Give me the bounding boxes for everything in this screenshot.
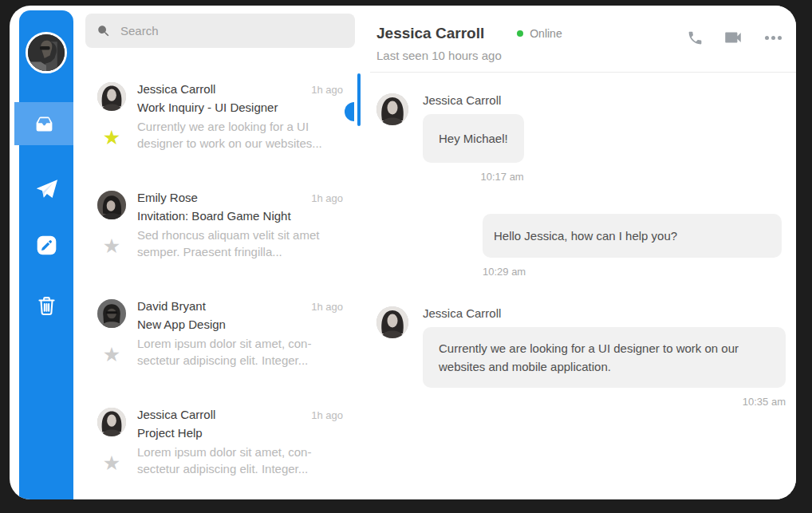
message-time: 10:29 am — [483, 266, 526, 278]
message-sender: Jessica Carroll — [423, 306, 501, 320]
conversation-list-panel: ★ Jessica Carroll 1h ago Work Inquiry - … — [73, 6, 370, 499]
conversation-time: 1h ago — [311, 301, 343, 313]
chat-header: Jessica Carroll Online Last seen 10 hour… — [367, 6, 796, 73]
star-icon[interactable]: ★ — [103, 345, 120, 365]
message-sender: Jessica Carroll — [423, 93, 501, 107]
sidebar-item-compose[interactable] — [19, 235, 73, 256]
message-incoming: Jessica Carroll Currently we are looking… — [376, 306, 782, 408]
send-icon — [34, 177, 59, 202]
contact-avatar — [97, 82, 126, 111]
search-icon — [97, 24, 111, 38]
search-input[interactable] — [120, 24, 344, 37]
chat-panel: Jessica Carroll Online Last seen 10 hour… — [367, 6, 796, 499]
app-background: ★ Jessica Carroll 1h ago Work Inquiry - … — [0, 0, 812, 513]
conversation-preview: Lorem ipsum dolor sit amet, con- sectetu… — [137, 335, 343, 369]
inbox-icon — [34, 113, 55, 135]
message-time: 10:17 am — [481, 171, 524, 183]
conversation-time: 1h ago — [311, 409, 343, 421]
message-time: 10:35 am — [743, 396, 786, 408]
scrollbar-thumb[interactable] — [357, 73, 361, 126]
message-bubble: Hey Michael! — [423, 114, 524, 163]
video-call-button[interactable] — [723, 27, 743, 48]
star-icon[interactable]: ★ — [103, 236, 120, 256]
conversation-name: Emily Rose — [137, 191, 198, 204]
conversation-row[interactable]: ★ David Bryant 1h ago New App Design Lor… — [73, 294, 370, 402]
contact-avatar — [97, 408, 126, 436]
conversation-row[interactable]: ★ Jessica Carroll 1h ago Work Inquiry - … — [73, 77, 370, 185]
sidebar — [19, 10, 73, 499]
conversation-preview: Lorem ipsum dolor sit amet, con- sectetu… — [137, 444, 343, 477]
conversation-subject: Work Inquiry - UI Designer — [137, 101, 343, 114]
trash-icon — [35, 294, 58, 318]
contact-avatar — [97, 299, 126, 328]
dot — [771, 36, 775, 40]
online-status-label: Online — [530, 27, 562, 40]
sidebar-item-sent[interactable] — [19, 177, 73, 202]
message-bubble: Currently we are looking for a UI design… — [423, 327, 786, 388]
star-icon[interactable]: ★ — [103, 128, 120, 148]
user-avatar[interactable] — [26, 32, 67, 73]
conversation-preview: Currently we are looking for a UI design… — [137, 118, 343, 152]
conversation-time: 1h ago — [311, 192, 343, 204]
contact-avatar — [376, 93, 408, 125]
conversation-row[interactable]: ★ Jessica Carroll 1h ago Project Help Lo… — [73, 402, 370, 499]
app-window: ★ Jessica Carroll 1h ago Work Inquiry - … — [10, 6, 796, 499]
conversation-time: 1h ago — [311, 84, 343, 96]
conversation-subject: New App Design — [137, 318, 343, 331]
video-camera-icon — [723, 27, 743, 48]
online-status-dot — [517, 30, 523, 37]
dot — [765, 36, 769, 40]
sidebar-item-trash[interactable] — [19, 294, 73, 318]
call-button[interactable] — [687, 30, 704, 46]
star-icon[interactable]: ★ — [103, 453, 120, 473]
phone-icon — [687, 30, 704, 46]
compose-icon — [36, 235, 57, 256]
contact-avatar — [97, 191, 126, 219]
message-incoming: Jessica Carroll Hey Michael! 10:17 am — [376, 93, 782, 183]
conversation-name: Jessica Carroll — [137, 408, 215, 421]
chat-contact-name: Jessica Carroll — [376, 25, 484, 42]
message-bubble: Hello Jessica, how can I help you? — [483, 214, 782, 258]
search-bar[interactable] — [85, 14, 355, 48]
conversation-subject: Project Help — [137, 426, 343, 440]
conversation-preview: Sed rhoncus aliquam velit sit amet sempe… — [137, 227, 343, 260]
conversation-name: David Bryant — [137, 299, 206, 313]
contact-avatar — [376, 306, 408, 338]
conversation-rows: ★ Jessica Carroll 1h ago Work Inquiry - … — [73, 77, 370, 499]
conversation-row[interactable]: ★ Emily Rose 1h ago Invitation: Board Ga… — [73, 185, 370, 294]
message-list: Jessica Carroll Hey Michael! 10:17 am He… — [367, 73, 796, 408]
message-outgoing: Hello Jessica, how can I help you? 10:29… — [376, 214, 782, 278]
user-avatar-image — [28, 34, 65, 71]
last-seen-label: Last seen 10 hours ago — [376, 49, 502, 62]
conversation-subject: Invitation: Board Game Night — [137, 209, 343, 223]
conversation-name: Jessica Carroll — [137, 82, 215, 96]
sidebar-item-inbox[interactable] — [14, 102, 73, 145]
more-options-button[interactable] — [763, 36, 782, 40]
dot — [778, 36, 782, 40]
